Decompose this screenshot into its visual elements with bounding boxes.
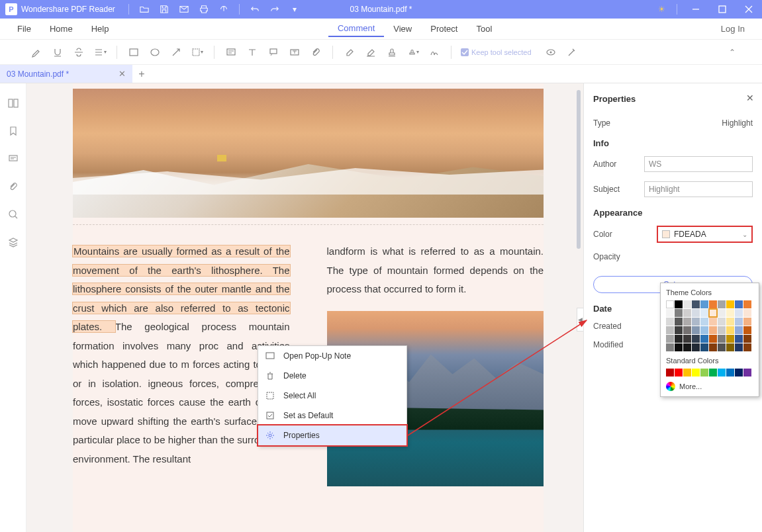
color-swatch[interactable] [743, 318, 751, 326]
color-swatch[interactable] [683, 318, 691, 326]
color-swatch[interactable] [718, 309, 726, 317]
menu-home[interactable]: Home [40, 21, 82, 36]
eraser-all-icon[interactable] [361, 43, 381, 62]
color-swatch[interactable] [718, 318, 726, 326]
color-swatch[interactable] [666, 343, 674, 351]
ctx-select-all[interactable]: Select All [258, 386, 406, 406]
color-swatch[interactable] [692, 309, 700, 317]
arrow-tool-icon[interactable] [166, 43, 186, 62]
color-swatch[interactable] [709, 326, 717, 334]
color-swatch[interactable] [700, 318, 708, 326]
color-swatch[interactable] [718, 343, 726, 351]
login-link[interactable]: Log In [712, 21, 754, 36]
shape-dropdown-icon[interactable]: ▾ [187, 43, 207, 62]
color-swatch[interactable] [743, 369, 751, 377]
menu-view[interactable]: View [384, 21, 421, 36]
color-swatch[interactable] [718, 326, 726, 334]
color-swatch[interactable] [692, 300, 700, 308]
color-swatch[interactable] [675, 300, 683, 308]
strikethrough-tool-icon[interactable] [69, 43, 89, 62]
menu-comment[interactable]: Comment [328, 21, 384, 37]
bookmarks-icon[interactable] [7, 124, 20, 138]
stamp-dropdown-icon[interactable]: ▾ [403, 43, 423, 62]
color-swatch[interactable] [726, 326, 734, 334]
color-swatch[interactable] [666, 318, 674, 326]
color-swatch[interactable] [709, 343, 717, 351]
color-swatch[interactable] [735, 343, 743, 351]
color-swatch[interactable] [683, 300, 691, 308]
color-swatch[interactable] [735, 326, 743, 334]
more-colors-button[interactable]: More... [666, 382, 753, 391]
rectangle-tool-icon[interactable] [124, 43, 144, 62]
color-swatch[interactable] [692, 318, 700, 326]
color-swatch[interactable] [726, 369, 734, 377]
color-swatch[interactable] [683, 309, 691, 317]
minimize-button[interactable] [683, 0, 709, 19]
eraser-tool-icon[interactable] [340, 43, 359, 62]
color-select[interactable]: FDEADA ⌄ [657, 226, 753, 243]
maximize-button[interactable] [709, 0, 736, 19]
color-swatch[interactable] [700, 343, 708, 351]
highlight-tool-icon[interactable] [26, 43, 46, 62]
thumbnails-icon[interactable] [7, 97, 20, 110]
share-icon[interactable] [218, 3, 230, 15]
color-swatch[interactable] [692, 326, 700, 334]
open-icon[interactable] [138, 3, 150, 15]
ctx-properties[interactable]: Properties [258, 425, 406, 445]
author-input[interactable] [644, 156, 753, 172]
color-swatch[interactable] [718, 300, 726, 308]
highlighted-text[interactable]: Mountains are usually formed as a result… [73, 245, 290, 332]
color-swatch[interactable] [683, 343, 691, 351]
print-icon[interactable] [198, 3, 210, 15]
menu-tool[interactable]: Tool [467, 21, 501, 36]
color-swatch[interactable] [675, 343, 683, 351]
signature-tool-icon[interactable] [424, 43, 444, 62]
color-swatch[interactable] [666, 300, 674, 308]
color-swatch[interactable] [683, 326, 691, 334]
redo-icon[interactable] [269, 3, 281, 15]
scrollbar-thumb[interactable] [577, 90, 581, 249]
color-swatch[interactable] [743, 343, 751, 351]
color-swatch[interactable] [726, 343, 734, 351]
layers-icon[interactable] [7, 236, 20, 249]
color-swatch[interactable] [700, 300, 708, 308]
color-swatch[interactable] [735, 318, 743, 326]
menu-file[interactable]: File [8, 21, 40, 36]
color-swatch[interactable] [718, 335, 726, 343]
color-swatch[interactable] [675, 309, 683, 317]
search-icon[interactable] [7, 208, 20, 221]
expand-right-handle[interactable]: ◀ [577, 308, 583, 332]
color-swatch[interactable] [692, 369, 700, 377]
color-swatch[interactable] [692, 343, 700, 351]
dropdown-icon[interactable]: ▾ [289, 3, 301, 15]
color-swatch[interactable] [743, 335, 751, 343]
document-tab[interactable]: 03 Mountain.pdf * ✕ [0, 65, 132, 83]
subject-input[interactable] [644, 181, 753, 197]
ctx-open-popup[interactable]: Open Pop-Up Note [258, 346, 406, 366]
color-swatch[interactable] [675, 318, 683, 326]
color-swatch[interactable] [743, 309, 751, 317]
other-tool-icon[interactable] [562, 43, 582, 62]
add-tab-button[interactable]: + [132, 65, 151, 83]
color-swatch[interactable] [726, 318, 734, 326]
color-swatch[interactable] [666, 335, 674, 343]
underline-tool-icon[interactable] [48, 43, 68, 62]
attachments-icon[interactable] [7, 180, 20, 193]
collapse-toolbar-icon[interactable]: ⌃ [729, 48, 736, 57]
attachment-tool-icon[interactable] [306, 43, 326, 62]
hide-tool-icon[interactable] [541, 43, 561, 62]
color-swatch[interactable] [743, 326, 751, 334]
color-swatch[interactable] [666, 326, 674, 334]
color-swatch[interactable] [735, 300, 743, 308]
mail-icon[interactable] [178, 3, 190, 15]
save-icon[interactable] [158, 3, 170, 15]
comments-icon[interactable] [7, 152, 20, 165]
color-swatch[interactable] [700, 309, 708, 317]
color-swatch-selected[interactable] [709, 309, 717, 317]
color-swatch[interactable] [718, 369, 726, 377]
keep-tool-checkbox[interactable]: Keep tool selected [461, 48, 532, 56]
color-swatch[interactable] [675, 335, 683, 343]
color-swatch[interactable] [709, 335, 717, 343]
color-swatch[interactable] [683, 369, 691, 377]
callout-tool-icon[interactable] [263, 43, 283, 62]
